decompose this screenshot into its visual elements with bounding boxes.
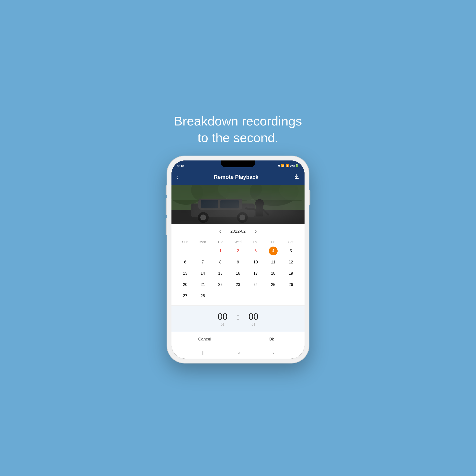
next-month-button[interactable]: › xyxy=(253,228,258,235)
cancel-button[interactable]: Cancel xyxy=(171,332,238,347)
cal-header-wed: Wed xyxy=(229,238,247,245)
cal-day-11[interactable]: 11 xyxy=(264,256,282,268)
time-colon: : xyxy=(235,312,241,322)
cal-day-empty xyxy=(212,290,229,302)
screen-title: Remote Playback xyxy=(214,174,258,180)
cal-day-19[interactable]: 19 xyxy=(282,268,300,279)
volume-up-button xyxy=(166,198,167,215)
cal-day-17[interactable]: 17 xyxy=(247,268,264,279)
back-nav-icon[interactable]: ‹ xyxy=(272,350,274,355)
bluetooth-icon: ★ xyxy=(278,164,280,167)
hours-value[interactable]: 00 xyxy=(218,312,227,322)
cal-day-14[interactable]: 14 xyxy=(194,268,212,279)
cal-day-27[interactable]: 27 xyxy=(176,290,194,302)
time-picker-section: 00 01 : 00 01 xyxy=(171,306,305,332)
page-wrapper: Breakdown recordings to the second. 9:18… xyxy=(167,113,309,363)
hours-sub: 01 xyxy=(221,323,224,326)
battery-icon: 99%🔋 xyxy=(290,164,299,167)
cal-day-3[interactable]: 3 xyxy=(247,245,264,256)
app-header: ‹ Remote Playback xyxy=(171,170,305,185)
cal-day-empty xyxy=(282,290,300,302)
cal-day-20[interactable]: 20 xyxy=(176,279,194,290)
back-button[interactable]: ‹ xyxy=(176,174,179,180)
signal-icon: 📶 xyxy=(281,164,285,167)
minutes-column: 00 01 xyxy=(241,312,266,326)
cal-day-23[interactable]: 23 xyxy=(229,279,247,290)
menu-nav-icon[interactable]: ||| xyxy=(202,350,206,355)
headline: Breakdown recordings to the second. xyxy=(174,113,302,146)
power-button xyxy=(309,190,310,205)
calendar-section: ‹ 2022-02 › Sun Mon Tue Wed Thu Fri Sat xyxy=(171,224,305,306)
action-buttons: Cancel Ok xyxy=(171,332,305,347)
cal-day-empty xyxy=(264,290,282,302)
cal-day-13[interactable]: 13 xyxy=(176,268,194,279)
cal-day-6[interactable]: 6 xyxy=(176,256,194,268)
cal-day-28[interactable]: 28 xyxy=(194,290,212,302)
headline-line1: Breakdown recordings xyxy=(174,114,302,128)
video-overlay xyxy=(171,185,305,224)
cal-day-21[interactable]: 21 xyxy=(194,279,212,290)
cal-day-7[interactable]: 7 xyxy=(194,256,212,268)
headline-line2: to the second. xyxy=(198,131,279,145)
volume-down-button xyxy=(166,218,167,235)
wifi-icon: 📶 xyxy=(286,164,289,167)
cal-day-2[interactable]: 2 xyxy=(229,245,247,256)
status-time: 9:18 xyxy=(177,164,184,168)
cal-day-15[interactable]: 15 xyxy=(212,268,229,279)
phone-shell: 9:18 ★ 📶 📶 99%🔋 ‹ Remote Playback xyxy=(167,156,309,363)
cal-day-22[interactable]: 22 xyxy=(212,279,229,290)
cal-day-25[interactable]: 25 xyxy=(264,279,282,290)
home-nav-icon[interactable]: ○ xyxy=(238,350,240,355)
cal-header-mon: Mon xyxy=(194,238,212,245)
phone-screen: 9:18 ★ 📶 📶 99%🔋 ‹ Remote Playback xyxy=(171,160,305,358)
cal-day-12[interactable]: 12 xyxy=(282,256,300,268)
cal-day-empty xyxy=(194,245,212,256)
cal-day-empty xyxy=(176,245,194,256)
video-thumbnail xyxy=(171,185,305,224)
cal-day-26[interactable]: 26 xyxy=(282,279,300,290)
cal-day-10[interactable]: 10 xyxy=(247,256,264,268)
calendar-grid: Sun Mon Tue Wed Thu Fri Sat 1 2 3 4 5 xyxy=(176,238,300,302)
android-nav-bar: ||| ○ ‹ xyxy=(171,347,305,358)
cal-day-24[interactable]: 24 xyxy=(247,279,264,290)
cal-day-8[interactable]: 8 xyxy=(212,256,229,268)
minutes-sub: 01 xyxy=(252,323,255,326)
cal-day-18[interactable]: 18 xyxy=(264,268,282,279)
cal-header-sat: Sat xyxy=(282,238,300,245)
prev-month-button[interactable]: ‹ xyxy=(217,228,223,235)
cal-day-4[interactable]: 4 xyxy=(264,245,282,256)
cal-header-fri: Fri xyxy=(264,238,282,245)
cal-day-5[interactable]: 5 xyxy=(282,245,300,256)
ok-button[interactable]: Ok xyxy=(238,332,305,347)
cal-day-empty xyxy=(229,290,247,302)
cal-day-9[interactable]: 9 xyxy=(229,256,247,268)
volume-silent-button xyxy=(166,186,167,195)
cal-day-1[interactable]: 1 xyxy=(212,245,229,256)
cal-header-thu: Thu xyxy=(247,238,264,245)
cal-header-sun: Sun xyxy=(176,238,194,245)
cal-header-tue: Tue xyxy=(212,238,229,245)
calendar-nav: ‹ 2022-02 › xyxy=(176,228,300,235)
phone-notch xyxy=(221,160,255,167)
time-picker: 00 01 : 00 01 xyxy=(176,312,300,327)
hours-column: 00 01 xyxy=(210,312,235,326)
cal-day-empty xyxy=(247,290,264,302)
calendar-month: 2022-02 xyxy=(230,229,246,234)
status-icons: ★ 📶 📶 99%🔋 xyxy=(278,164,299,167)
download-button[interactable] xyxy=(294,174,300,181)
cal-day-16[interactable]: 16 xyxy=(229,268,247,279)
minutes-value[interactable]: 00 xyxy=(249,312,258,322)
